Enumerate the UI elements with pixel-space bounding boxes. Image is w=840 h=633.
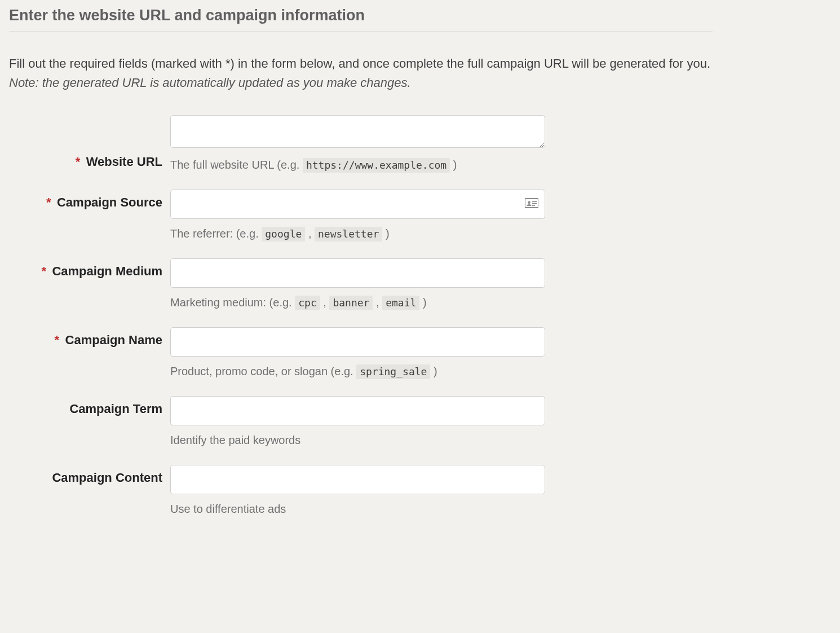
input-col: Identify the paid keywords — [170, 396, 545, 448]
intro-prefix: Fill out the required fields (marked wit… — [9, 56, 710, 71]
help-text: , — [308, 227, 315, 240]
campaign-medium-label: Campaign Medium — [52, 264, 162, 278]
help-text: Product, promo code, or slogan (e.g. — [170, 365, 356, 377]
required-mark: * — [41, 264, 46, 278]
website-url-help: The full website URL (e.g. https://www.e… — [170, 157, 545, 173]
required-mark: * — [46, 195, 51, 209]
help-code: google — [262, 227, 305, 241]
website-url-input[interactable] — [170, 115, 545, 148]
label-col: * Campaign Source — [9, 190, 170, 210]
input-col: Product, promo code, or slogan (e.g. spr… — [170, 327, 545, 379]
label-col: * Campaign Name — [9, 327, 170, 348]
id-card-icon — [525, 197, 538, 211]
campaign-term-help: Identify the paid keywords — [170, 432, 545, 448]
svg-rect-4 — [532, 205, 535, 206]
input-col: The referrer: (e.g. google , newsletter … — [170, 190, 545, 241]
campaign-name-input[interactable] — [170, 327, 545, 357]
help-code: banner — [329, 296, 373, 310]
label-col: Campaign Content — [9, 465, 170, 485]
campaign-source-help: The referrer: (e.g. google , newsletter … — [170, 226, 545, 241]
campaign-medium-input[interactable] — [170, 258, 545, 288]
help-code: cpc — [295, 296, 320, 310]
label-col: * Website URL — [9, 115, 170, 169]
field-row-website-url: * Website URL The full website URL (e.g.… — [9, 115, 713, 173]
field-row-campaign-name: * Campaign Name Product, promo code, or … — [9, 327, 713, 379]
help-text: , — [323, 296, 329, 309]
help-text: , — [376, 296, 382, 309]
help-text: ) — [453, 159, 457, 171]
intro-note: Note: the generated URL is automatically… — [9, 76, 411, 90]
campaign-form: * Website URL The full website URL (e.g.… — [9, 115, 713, 517]
svg-rect-3 — [532, 203, 537, 204]
campaign-content-label: Campaign Content — [52, 471, 162, 485]
help-text: Marketing medium: (e.g. — [170, 296, 295, 309]
help-text: ) — [386, 227, 390, 240]
required-mark: * — [55, 333, 60, 347]
svg-rect-2 — [532, 201, 537, 203]
required-mark: * — [76, 155, 81, 169]
intro-text: Fill out the required fields (marked wit… — [9, 54, 713, 93]
help-code: newsletter — [315, 227, 382, 241]
campaign-source-input[interactable] — [170, 190, 545, 219]
label-col: Campaign Term — [9, 396, 170, 416]
svg-point-1 — [528, 201, 530, 204]
field-row-campaign-term: Campaign Term Identify the paid keywords — [9, 396, 713, 448]
campaign-content-input[interactable] — [170, 465, 545, 494]
website-url-label: Website URL — [86, 155, 162, 169]
campaign-content-help: Use to differentiate ads — [170, 501, 545, 517]
campaign-medium-help: Marketing medium: (e.g. cpc , banner , e… — [170, 294, 545, 310]
input-col: Use to differentiate ads — [170, 465, 545, 517]
campaign-term-input[interactable] — [170, 396, 545, 425]
field-row-campaign-medium: * Campaign Medium Marketing medium: (e.g… — [9, 258, 713, 310]
campaign-name-help: Product, promo code, or slogan (e.g. spr… — [170, 363, 545, 379]
help-text: Identify the paid keywords — [170, 434, 300, 446]
help-text: Use to differentiate ads — [170, 503, 286, 515]
campaign-term-label: Campaign Term — [69, 402, 162, 416]
input-wrapper — [170, 190, 545, 219]
help-text: ) — [423, 296, 427, 309]
input-col: Marketing medium: (e.g. cpc , banner , e… — [170, 258, 545, 310]
help-text: The full website URL (e.g. — [170, 159, 303, 171]
label-col: * Campaign Medium — [9, 258, 170, 279]
help-text: ) — [434, 365, 437, 377]
campaign-source-label: Campaign Source — [57, 195, 162, 209]
help-code: spring_sale — [356, 364, 430, 379]
divider — [9, 31, 713, 32]
field-row-campaign-source: * Campaign Source The referrer: (e.g. go… — [9, 190, 713, 241]
help-code: https://www.example.com — [303, 158, 450, 173]
page-title: Enter the website URL and campaign infor… — [9, 7, 713, 24]
help-text: The referrer: (e.g. — [170, 227, 262, 240]
input-col: The full website URL (e.g. https://www.e… — [170, 115, 545, 173]
campaign-name-label: Campaign Name — [65, 333, 162, 347]
field-row-campaign-content: Campaign Content Use to differentiate ad… — [9, 465, 713, 517]
help-code: email — [382, 296, 419, 310]
